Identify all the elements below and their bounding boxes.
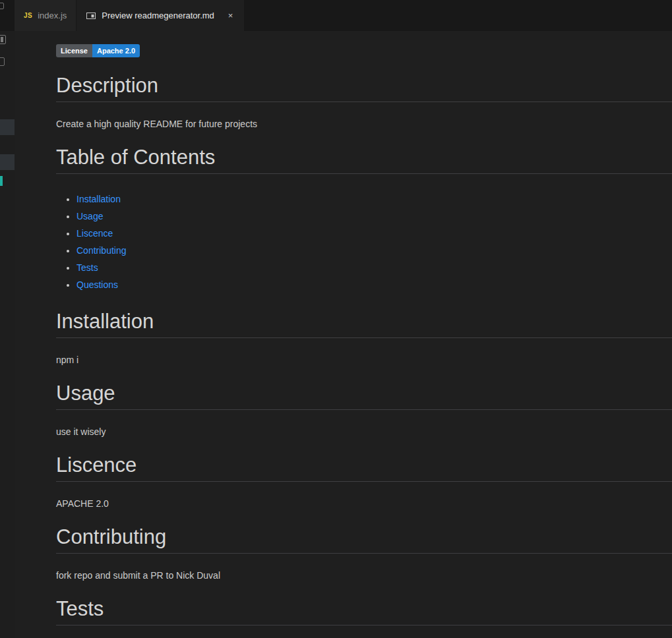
git-indicator bbox=[0, 176, 3, 186]
toc-link-installation[interactable]: Installation bbox=[76, 194, 121, 204]
tab-preview-readme[interactable]: Preview readmegenerator.md × bbox=[76, 0, 245, 31]
tab-label: index.js bbox=[38, 11, 67, 20]
panel-icon[interactable] bbox=[0, 57, 5, 66]
toc-item: Questions bbox=[76, 276, 672, 293]
javascript-file-icon: JS bbox=[24, 12, 32, 19]
paragraph-installation: npm i bbox=[56, 355, 672, 365]
paragraph-contributing: fork repo and submit a PR to Nick Duval bbox=[56, 570, 672, 581]
toc-link-usage[interactable]: Usage bbox=[76, 211, 103, 221]
license-badge: License Apache 2.0 bbox=[56, 44, 140, 57]
tab-label: Preview readmegenerator.md bbox=[102, 11, 214, 20]
split-editor-icon[interactable] bbox=[0, 35, 6, 44]
toc-link-tests[interactable]: Tests bbox=[76, 262, 98, 273]
badge-row: License Apache 2.0 bbox=[56, 44, 672, 57]
heading-description: Description bbox=[56, 74, 672, 102]
tab-bar: JS index.js Preview readmegenerator.md × bbox=[15, 0, 672, 31]
heading-tests: Tests bbox=[56, 597, 672, 625]
toc-item: Tests bbox=[76, 259, 672, 276]
paragraph-usage: use it wisely bbox=[56, 426, 672, 437]
tab-index-js[interactable]: JS index.js bbox=[15, 0, 76, 31]
toc-item: Installation bbox=[76, 190, 672, 208]
cropped-icon bbox=[0, 3, 4, 9]
markdown-preview-icon bbox=[86, 11, 96, 21]
toc-link-contributing[interactable]: Contributing bbox=[76, 245, 127, 256]
toc-item: Usage bbox=[76, 208, 672, 225]
toc-link-questions[interactable]: Questions bbox=[76, 279, 118, 290]
license-badge-value: Apache 2.0 bbox=[92, 44, 140, 57]
toc-link-liscence[interactable]: Liscence bbox=[76, 228, 113, 239]
toc-item: Contributing bbox=[76, 242, 672, 259]
heading-contributing: Contributing bbox=[56, 525, 672, 554]
list-item-highlight[interactable] bbox=[0, 154, 15, 170]
heading-table-of-contents: Table of Contents bbox=[56, 146, 672, 174]
markdown-preview: License Apache 2.0 Description Create a … bbox=[15, 31, 672, 638]
sidebar-sliver bbox=[0, 31, 15, 638]
heading-liscence: Liscence bbox=[56, 453, 672, 482]
heading-usage: Usage bbox=[56, 382, 672, 410]
license-badge-label: License bbox=[56, 44, 92, 57]
heading-installation: Installation bbox=[56, 310, 672, 338]
paragraph-liscence: APACHE 2.0 bbox=[56, 498, 672, 509]
toc-item: Liscence bbox=[76, 225, 672, 242]
window-corner bbox=[0, 0, 15, 31]
paragraph-description: Create a high quality README for future … bbox=[56, 119, 672, 129]
close-icon[interactable]: × bbox=[226, 10, 235, 21]
toc-list: Installation Usage Liscence Contributing… bbox=[56, 190, 672, 293]
list-item-highlight[interactable] bbox=[0, 119, 15, 135]
